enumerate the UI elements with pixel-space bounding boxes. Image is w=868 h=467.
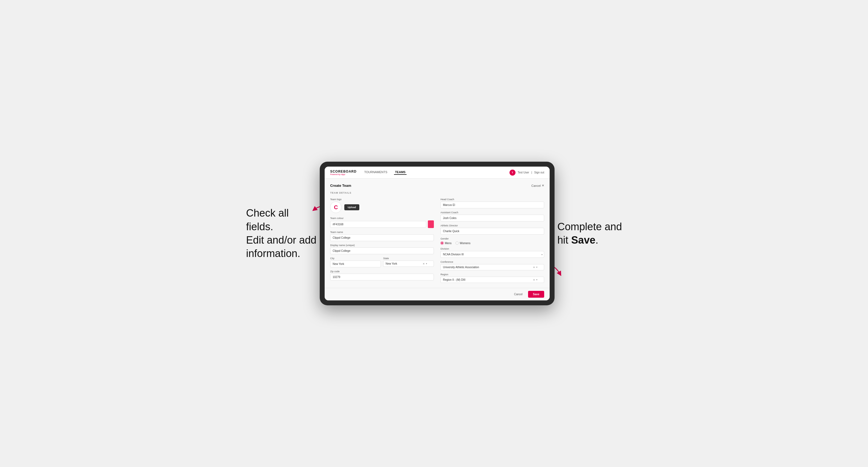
zip-field: Zip code [330,270,434,280]
state-label: State [383,257,434,260]
tablet-screen: SCOREBOARD Powered by clippi TOURNAMENTS… [324,166,550,301]
sign-out-link[interactable]: Sign out [534,171,545,174]
logo-area: C Upload [330,201,434,213]
athletic-director-field: Athletic Director [440,224,544,235]
nav-links: TOURNAMENTS TEAMS [363,170,509,175]
assistant-coach-input[interactable] [440,215,544,221]
team-name-input[interactable] [330,234,434,241]
region-field: Region Region II - (M) DIII ✕ ▾ [440,273,544,283]
zip-label: Zip code [330,270,434,273]
form-right-column: Head Coach Assistant Coach Athletic Dire… [440,198,544,283]
city-state-group: City State New York ✕ [330,257,434,268]
display-name-label: Display name (unique) [330,244,434,247]
conference-field: Conference University Athletic Associati… [440,260,544,270]
avatar: T [509,169,516,176]
assistant-coach-label: Assistant Coach [440,211,544,214]
user-name: Test User [518,171,529,174]
cancel-x-button[interactable]: Cancel ✕ [531,184,544,187]
head-coach-input[interactable] [440,201,544,208]
page-title-bar: Create Team Cancel ✕ [330,184,544,188]
team-logo-field: Team logo C Upload [330,198,434,214]
conference-select[interactable]: University Athletic Association ✕ ▾ [440,264,544,270]
team-colour-input[interactable] [330,221,426,228]
head-coach-label: Head Coach [440,198,544,201]
city-input[interactable] [330,260,381,268]
upload-button[interactable]: Upload [344,204,359,210]
zip-input[interactable] [330,274,434,280]
nav-separator: | [531,171,532,174]
state-chevron-icon: ▾ [426,262,427,265]
form-grid: Team logo C Upload Team colour [330,198,544,283]
athletic-director-label: Athletic Director [440,224,544,227]
head-coach-field: Head Coach [440,198,544,208]
gender-field: Gender Mens Womens [440,237,544,245]
page-title: Create Team [330,184,351,188]
colour-row [330,220,434,228]
state-clear-icon[interactable]: ✕ [423,262,425,265]
region-select[interactable]: Region II - (M) DIII ✕ ▾ [440,277,544,283]
gender-label: Gender [440,237,544,240]
division-select-wrap: NCAA Division III ▾ [440,251,544,258]
gender-mens-radio[interactable] [440,242,444,245]
region-clear-icon[interactable]: ✕ [533,279,535,281]
team-logo-label: Team logo [330,198,434,201]
region-chevron-icon: ▾ [536,279,537,281]
app-logo: SCOREBOARD Powered by clippi [330,170,356,175]
nav-user-area: T Test User | Sign out [509,169,545,176]
team-colour-field: Team colour [330,217,434,228]
nav-bar: SCOREBOARD Powered by clippi TOURNAMENTS… [324,166,550,179]
team-colour-label: Team colour [330,217,434,220]
nav-link-teams[interactable]: TEAMS [394,170,407,175]
state-field: State New York ✕ ▾ [383,257,434,268]
conference-clear-icon[interactable]: ✕ [533,266,535,269]
city-state-row: City State New York ✕ [330,257,434,268]
city-label: City [330,257,381,260]
state-select[interactable]: New York ✕ ▾ [383,260,434,267]
display-name-input[interactable] [330,247,434,254]
gender-mens-option[interactable]: Mens [440,242,451,245]
division-label: Division [440,247,544,250]
footer-cancel-button[interactable]: Cancel [512,291,525,298]
form-left-column: Team logo C Upload Team colour [330,198,434,283]
division-select[interactable]: NCAA Division III [440,251,544,258]
team-name-field: Team name [330,231,434,241]
conference-chevron-icon: ▾ [536,266,537,269]
city-field: City [330,257,381,268]
tablet-frame: SCOREBOARD Powered by clippi TOURNAMENTS… [320,162,555,305]
assistant-coach-field: Assistant Coach [440,211,544,221]
conference-label: Conference [440,260,544,263]
team-logo-circle: C [330,201,342,213]
gender-womens-option[interactable]: Womens [456,242,470,245]
gender-womens-radio[interactable] [456,242,459,245]
team-name-label: Team name [330,231,434,234]
form-footer: Cancel Save [324,288,550,301]
annotation-left: Check all fields. Edit and/or add inform… [246,207,317,260]
nav-link-tournaments[interactable]: TOURNAMENTS [363,170,389,175]
colour-input-wrap [330,221,426,228]
display-name-field: Display name (unique) [330,244,434,254]
annotation-right: Complete and hit Save. [557,220,622,247]
region-label: Region [440,273,544,276]
footer-save-button[interactable]: Save [528,291,544,298]
content-area: Create Team Cancel ✕ TEAM DETAILS Team [324,179,550,288]
gender-row: Mens Womens [440,242,544,245]
division-field: Division NCAA Division III ▾ [440,247,544,258]
colour-swatch[interactable] [428,220,434,228]
athletic-director-input[interactable] [440,228,544,235]
section-label: TEAM DETAILS [330,191,544,194]
